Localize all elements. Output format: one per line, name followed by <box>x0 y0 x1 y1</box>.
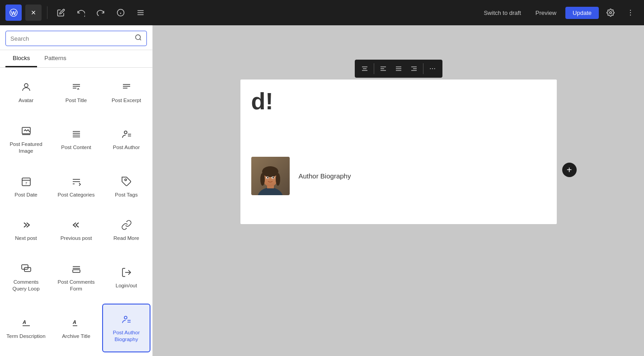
add-block-button[interactable]: + <box>562 163 577 177</box>
block-label-avatar: Avatar <box>19 97 33 104</box>
block-item-read-more[interactable]: Read More <box>102 210 150 252</box>
block-item-archive-title[interactable]: A Archive Title <box>52 304 100 352</box>
post-content-icon <box>71 129 82 141</box>
editor-area: d! <box>240 80 557 224</box>
pen-button[interactable] <box>53 5 69 21</box>
svg-point-62 <box>430 68 431 69</box>
block-item-comments-query-loop[interactable]: Comments Query Loop <box>2 253 50 302</box>
svg-rect-37 <box>22 265 28 269</box>
block-item-post-featured-image[interactable]: Post Featured Image <box>2 115 50 164</box>
author-avatar-img <box>251 157 290 195</box>
editor-title[interactable]: d! <box>240 80 557 119</box>
svg-point-8 <box>610 12 612 14</box>
svg-point-12 <box>136 35 141 40</box>
block-label-post-excerpt: Post Excerpt <box>112 97 141 104</box>
svg-rect-41 <box>73 270 80 272</box>
post-comments-form-icon <box>71 263 82 276</box>
svg-point-36 <box>125 179 127 181</box>
block-item-post-tags[interactable]: Post Tags <box>102 166 150 208</box>
post-featured-image-icon <box>21 126 32 138</box>
more-options-button[interactable] <box>622 5 639 21</box>
svg-point-64 <box>434 68 435 69</box>
block-label-archive-title: Archive Title <box>62 333 90 340</box>
add-icon: + <box>567 165 572 175</box>
wp-logo[interactable]: W <box>5 5 22 21</box>
search-input-wrap <box>5 31 147 46</box>
block-item-login-out[interactable]: Login/out <box>102 253 150 302</box>
sidebar: Blocks Patterns Avatar Post Title <box>0 25 153 356</box>
editor-container: d! <box>240 43 557 224</box>
svg-text:A: A <box>72 319 76 325</box>
preview-button[interactable]: Preview <box>530 7 562 19</box>
search-button[interactable] <box>135 34 142 43</box>
block-item-post-content[interactable]: Post Content <box>52 115 100 164</box>
block-item-previous-post[interactable]: Previous post <box>52 210 100 252</box>
block-item-post-author-biography[interactable]: Post Author Biography <box>102 304 150 352</box>
update-button[interactable]: Update <box>565 7 599 19</box>
block-label-post-title: Post Title <box>66 97 87 104</box>
block-label-post-featured-image: Post Featured Image <box>6 141 46 155</box>
author-avatar <box>251 157 290 195</box>
search-input[interactable] <box>10 35 131 42</box>
topbar-divider <box>47 6 47 19</box>
tab-blocks[interactable]: Blocks <box>5 50 37 67</box>
block-item-post-title[interactable]: Post Title <box>52 71 100 113</box>
post-author-biography-icon <box>121 314 132 327</box>
block-label-post-author: Post Author <box>113 144 140 151</box>
tabs: Blocks Patterns <box>0 50 152 68</box>
term-description-icon: A <box>21 318 32 330</box>
switch-to-draft-button[interactable]: Switch to draft <box>478 7 526 19</box>
tab-patterns[interactable]: Patterns <box>37 50 73 67</box>
block-label-post-categories: Post Categories <box>58 192 95 198</box>
svg-point-47 <box>124 316 127 319</box>
author-bio-text: Author Biography <box>299 172 351 180</box>
block-item-post-excerpt[interactable]: Post Excerpt <box>102 71 150 113</box>
toolbar-justify-button[interactable] <box>391 61 406 76</box>
previous-post-icon <box>71 220 82 232</box>
topbar: W × Switch to draft Preview Update <box>0 0 644 25</box>
read-more-icon <box>121 220 132 232</box>
svg-text:W: W <box>11 10 16 16</box>
archive-title-icon: A <box>71 318 82 330</box>
comments-query-loop-icon <box>21 263 32 276</box>
block-label-comments-query-loop: Comments Query Loop <box>6 279 46 292</box>
post-title-icon <box>71 82 82 94</box>
undo-button[interactable] <box>73 5 89 21</box>
info-button[interactable] <box>113 5 129 21</box>
post-tags-icon <box>121 176 132 189</box>
block-item-term-description[interactable]: A Term Description <box>2 304 50 352</box>
toolbar-more-options-button[interactable] <box>425 61 440 76</box>
svg-text:7: 7 <box>25 181 27 185</box>
svg-text:A: A <box>22 319 26 325</box>
layout: Blocks Patterns Avatar Post Title <box>0 25 644 356</box>
post-author-icon <box>121 129 132 141</box>
block-item-post-date[interactable]: 7 Post Date <box>2 166 50 208</box>
block-item-post-comments-form[interactable]: Post Comments Form <box>52 253 100 302</box>
svg-point-10 <box>630 12 631 13</box>
block-item-next-post[interactable]: Next post <box>2 210 50 252</box>
block-label-read-more: Read More <box>113 235 139 242</box>
settings-button[interactable] <box>602 5 619 21</box>
svg-point-63 <box>432 68 433 69</box>
list-button[interactable] <box>132 5 149 21</box>
block-label-term-description: Term Description <box>6 333 45 340</box>
svg-point-9 <box>630 10 631 11</box>
block-item-avatar[interactable]: Avatar <box>2 71 50 113</box>
post-date-icon: 7 <box>21 176 32 189</box>
close-button[interactable]: × <box>25 5 42 21</box>
block-item-post-categories[interactable]: Post Categories <box>52 166 100 208</box>
block-label-post-tags: Post Tags <box>115 192 137 198</box>
block-label-previous-post: Previous post <box>61 235 92 242</box>
search-bar <box>0 25 152 50</box>
block-item-post-author[interactable]: Post Author <box>102 115 150 164</box>
svg-point-75 <box>272 177 274 178</box>
toolbar-align-center-button[interactable] <box>357 61 372 76</box>
redo-button[interactable] <box>93 5 109 21</box>
block-label-post-content: Post Content <box>61 144 91 151</box>
svg-point-14 <box>24 84 28 87</box>
toolbar-align-right-button[interactable] <box>407 61 421 76</box>
author-bio-block[interactable]: Author Biography <box>240 146 557 206</box>
block-label-next-post: Next post <box>15 235 37 242</box>
toolbar-align-left-button[interactable] <box>376 61 390 76</box>
post-excerpt-icon <box>121 82 132 94</box>
